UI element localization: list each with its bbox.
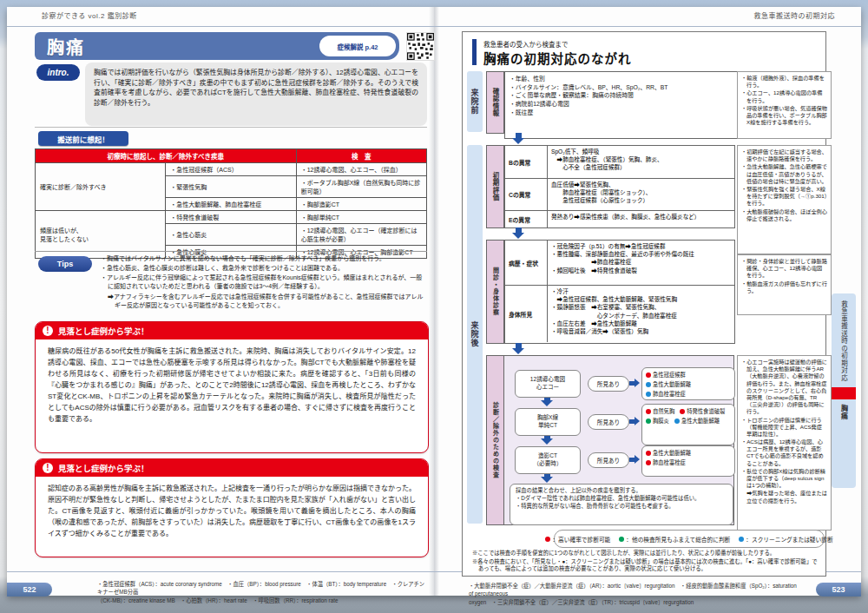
section-divider [35,251,427,252]
result-item: 急性大動脈解離 [646,380,691,388]
result-label: 特発性食道破裂 [687,407,725,415]
case-study-box-1: ! 見落とし症例から学ぶ！ 糖尿病の既往がある50代女性が胸痛を主訴に救急搬送さ… [35,321,429,453]
result-item: 特発性食道破裂 [680,407,725,415]
result-label: 肺血栓塞栓症 [653,458,686,466]
section-label-initial-eval: 初期評価 [486,145,504,228]
intro-badge: intro. [36,64,80,81]
blue-dot-icon [646,382,651,387]
abbr-line: （CK-MB）：creatine kinase MB ・心拍数（HR）：hear… [97,597,429,604]
legend-item: ：高い確率で診断可能 [545,535,610,544]
interview-row-label: 病歴・症状 [505,241,548,285]
side-tab-red-marker [832,387,856,399]
tests-flow-area: 12誘導心電図 心エコー 所見あり 急性冠症候群 急性大動脈解離 肺血栓塞栓症 … [504,355,734,525]
note-item: ➡気胸を疑った場合、座位または立位での撮影を行う。 [741,490,827,504]
group-label-definite: 確実に診断／除外すべき [36,163,166,211]
interview-note-box: ・問診・身体診察と並行して静脈路確保、心エコー、12誘導心電図を行う。 ・動脈血… [737,254,832,315]
confirm-note-box: ・輸液（細胞外液）、採血の準備を行う。 ・心エコー、12誘導心電図の準備を行う。… [737,71,832,139]
result-item: 自然気胸 [646,407,674,415]
blue-dot-icon [674,419,680,424]
flow-arrow-down [512,133,524,144]
section-label-text: 問診・身体診察 [491,267,500,316]
recall-before-transport-badge: 搬送前に想起！ [38,131,128,146]
interview-box: 病歴・症状 ・冠危険因子（p.51）の有無➡急性冠症候群 ・悪性腫瘍、深部静脈血… [504,240,735,344]
green-dot-icon [646,419,651,424]
note-item: ・心エコー実施時は壁運動の評価に加え、急性大動脈解離に伴うAR（大動脈弁逆流）、… [741,359,827,416]
result-item: 胸膜炎 [646,417,669,425]
note-item: ・大動脈瘤破裂の場合、ほぼ全例心停止で搬送される。 [741,208,827,222]
note-item: ・緊張性気胸を強く疑う場合、X線を待たずに穿刺脱気（→①p.301）を行う。 [741,186,827,208]
flow-arrow-right [629,379,640,387]
title-accent-bar [472,39,477,65]
result-item: 肺血栓塞栓症 [646,458,686,466]
flow-arrow-down [512,343,524,354]
note-item: ・臥位での胸部X線は気胸の診断精度が低下する（deep sulcus signは… [741,468,827,490]
book-gutter [429,7,439,596]
red-dot-icon [680,409,685,414]
footnote: ※ここでは検査の手順を便宜的に1つのながれとして図示したが、実際には並行したり、… [472,550,818,557]
interview-row-label: 身体所見 [505,286,548,342]
note-item: ・トロポニンの評価は慎重に行う（腎機能障害で上昇、ACS発症早期は陰性）。 [741,417,827,438]
flowchart-title-block: 救急患者の受入から検査まで 胸痛の初期対応のながれ [472,39,802,65]
qr-code [406,32,435,61]
section-label-text: 確認情報 [490,88,500,117]
result-label: 急性大動脈解離 [681,417,720,425]
confirm-item: ・年齢、性別 [510,75,739,83]
result-item: 急性冠症候群 [646,371,686,379]
eval-row-label: Eの異常 [505,211,548,227]
note-item: ・初期評価で左記に該当する場合、速やかに静脈路確保を行う。 [741,148,827,162]
disease-cell: ・急性心筋炎 [166,224,296,246]
table-header-row: 初療時に想起し、診断／除外すべき疾患 検 査 [36,149,427,163]
abbr-line: ・急性冠症候群（ACS）：acute coronary syndrome ・血圧… [97,580,429,597]
chapter-title-bar: 胸痛 症候解説 p.42 [35,32,399,60]
note-item: ・心エコー、12誘導心電図の準備を行う。 [741,89,827,103]
side-tab-category: 救急車搬送時の初期対応 [839,300,849,382]
header-rule [7,26,861,27]
step-box-xray-ct: 胸部X線 単純CT [515,408,581,436]
book-spread-photo: 診察ができる vol.2 鑑別診断 胸痛 症候解説 p.42 intro. 胸痛… [0,0,868,613]
interview-row-text: ・冷汗 ➡急性冠症候群、急性大動脈解離、緊張性気胸 ・頸静脈怒張 ➡右室梗塞、緊… [548,286,734,342]
running-head-right: 救急車搬送時の初期対応 [754,10,836,20]
phase-label: 来院前 [470,89,481,115]
section-label-confirm-info: 確認情報 [486,71,504,134]
test-cell: ・胸部単純CT [296,211,426,224]
blood-line: ・Dダイマー陰性であれば肺血栓塞栓症、急性大動脈解離の可能性は低い。 [516,495,727,503]
abbr-line: oxygen ・三尖弁閉鎖不全（症）／三尖弁逆流（症）（TR）：tricuspi… [469,598,802,606]
footnote: ※各々の検査において、「所見なし・●：スクリーニングまたは疑い診断」の場合は基本… [472,558,818,573]
result-label: 急性冠症候群 [653,371,686,379]
tests-note-box: ・心エコー実施時は壁運動の評価に加え、急性大動脈解離に伴うAR（大動脈弁逆流）、… [737,355,832,531]
case-body: 認知症のある高齢男性が胸痛を主訴に救急搬送された。上記検査を一通り行ったが明らか… [36,477,428,547]
case-body: 糖尿病の既往がある50代女性が胸痛を主訴に救急搬送された。来院時、胸痛は消失して… [36,339,428,432]
note-item: ・動脈血液ガスの評価も忘れずに行う。 [741,280,827,294]
intro-text: 胸痛では初期評価を行いながら（緊張性気胸は身体所見から診断／除外する）、12誘導… [85,63,427,126]
flow-arrow-down [512,227,524,239]
disease-cell: ・緊張性気胸 [166,176,296,198]
phase-bar-post-arrival: 来院後 [467,145,483,524]
case-study-header: ! 見落とし症例から学ぶ！ [36,459,428,477]
eval-row-text: 血圧低値➡緊張性気胸、 肺血栓塞栓症（閉塞性ショック）、 急性冠症候群（心原性シ… [548,179,734,210]
result-box: 自然気胸 特発性食道破裂 胸膜炎 急性大動脈解離 [641,404,735,445]
eval-row-label: Bの異常 [505,146,548,178]
legend-label: ：他の検査所見もふまえて総合的に判断 [626,535,730,544]
tip-item: ・アレルギー反応に伴う冠攣縮によって惹起される急性冠症候群をKounis症候群と… [101,274,427,291]
note-item: ・ACSは病歴、12誘導心電図、心エコー所見を重視するが、造影CTでも心筋の造影… [741,438,827,467]
green-dot-icon [619,537,624,542]
result-box: 急性大動脈解離 肺血栓塞栓症 [641,445,735,477]
confirm-item: ・バイタルサイン：意識レベル、BP、HR、SpO₂、RR、BT [510,83,739,92]
side-index-tab: 救急車搬送時の初期対応 胸痛 [832,293,856,488]
side-tab-symptom: 胸痛 [839,405,849,420]
case-study-header: ! 見落とし症例から学ぶ！ [36,322,428,339]
eval-row-c: Cの異常 血圧低値➡緊張性気胸、 肺血栓塞栓症（閉塞性ショック）、 急性冠症候群… [505,179,734,211]
test-cell: ・12誘導心電図、心エコー、（採血） [296,163,426,176]
interview-row-findings: 身体所見 ・冷汗 ➡急性冠症候群、急性大動脈解離、緊張性気胸 ・頸静脈怒張 ➡右… [505,286,734,342]
finding-pill: 所見あり [588,452,629,468]
legend-label: ：スクリーニングまたは疑い診断 [746,535,832,544]
tip-item: ➡アナフィラキシーを含むアレルギー反応では急性冠症候群を合併する可能性があること… [101,293,427,310]
initial-eval-note-box: ・初期評価で左記に該当する場合、速やかに静脈路確保を行う。 ・急性大動脈解離、急… [737,145,832,254]
note-item: ・問診・身体診察と並行して静脈路確保、心エコー、12誘導心電図を行う。 [741,258,827,280]
red-dot-icon [646,460,651,465]
note-item: ・急性大動脈解離、急性心筋梗塞では血圧低値・高値がありうるが、低値の場合は特に緊… [741,163,827,185]
flow-arrow-down [541,436,553,445]
blue-dot-icon [739,537,744,542]
page-number-tab-left: 522 [7,583,52,597]
phase-label: 来院後 [470,321,481,347]
